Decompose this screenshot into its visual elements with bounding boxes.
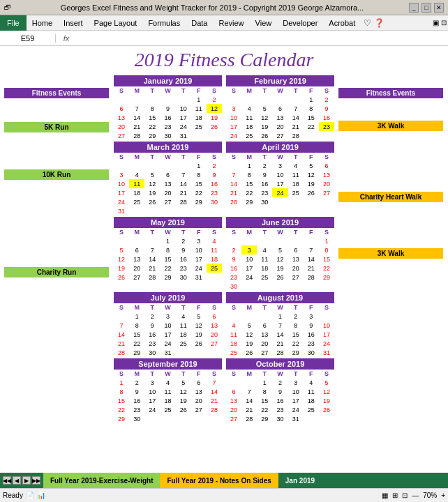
view-layout-icon[interactable]: ⊞ <box>392 492 398 499</box>
cal-pair-2: March 2019 SMTWTFS 12 3456789 1011121314… <box>114 142 334 215</box>
menu-data[interactable]: Data <box>186 17 213 29</box>
10k-run-label: 10K Run <box>4 169 109 180</box>
zoom-percent: 70% <box>423 492 437 499</box>
may-grid: SMTWTFS 1234 567891011 12131415161718 19… <box>114 228 222 282</box>
right-events-col-5 <box>337 358 444 371</box>
jan-header: January 2019 <box>114 75 222 86</box>
may-header: May 2019 <box>114 217 222 228</box>
october-calendar: October 2019 SMTWTFS 12345 6789101112 13… <box>226 358 334 423</box>
jun-header: June 2019 <box>226 217 334 228</box>
left-events-col-1: Fitness Events 5K Run <box>4 75 111 132</box>
status-left: Ready 📄 📊 <box>3 492 45 499</box>
menu-bar: File Home Insert Page Layout Formulas Da… <box>0 15 448 31</box>
sheet-tab-2[interactable]: Full Year 2019 - Notes On Sides <box>160 473 278 488</box>
right-events-col-2: Charity Heart Walk <box>337 142 444 202</box>
menu-insert[interactable]: Insert <box>58 17 89 29</box>
fitness-events-label-left: Fitness Events <box>4 88 109 98</box>
feb-header: February 2019 <box>226 75 334 86</box>
nav-first[interactable]: ◀◀ <box>3 476 11 485</box>
january-calendar: January 2019 SMTWTFS 12 6789101112 13141… <box>114 75 222 140</box>
5k-run-label: 5K Run <box>4 122 109 132</box>
apr-header: April 2019 <box>226 142 334 153</box>
oct-grid: SMTWTFS 12345 6789101112 13141516171819 … <box>226 370 334 423</box>
menu-page-layout[interactable]: Page Layout <box>89 17 143 29</box>
view-normal-icon[interactable]: ▦ <box>382 492 388 499</box>
window-title: Georges Excel Fitness and Weight Tracker… <box>15 3 409 12</box>
minimize-button[interactable]: _ <box>409 3 419 13</box>
charity-run-label: Charity Run <box>4 267 109 277</box>
left-events-col-2: 10K Run <box>4 142 111 180</box>
feb-grid: SMTWTFS 12 3456789 10111213141516 171819… <box>226 86 334 140</box>
sep-header: September 2019 <box>114 358 222 370</box>
nav-prev[interactable]: ◀ <box>13 476 21 485</box>
page-title: 2019 Fitness Calendar <box>4 49 444 71</box>
oct-header: October 2019 <box>226 358 334 370</box>
fitness-events-label-right: Fitness Events <box>338 88 443 98</box>
cell-reference[interactable]: E59 <box>0 34 56 43</box>
calendar-row-1: Fitness Events 5K Run January 2019 SMTWT… <box>4 75 444 140</box>
view-page-icon[interactable]: ⊡ <box>402 492 408 499</box>
calendar-row-2: 10K Run March 2019 SMTWTFS 12 3456789 10… <box>4 142 444 215</box>
close-button[interactable]: ✕ <box>434 3 444 13</box>
jun-grid: SMTWTFS 1 2345678 9101112131415 16171819… <box>226 228 334 291</box>
sheet-tab-3[interactable]: Jan 2019 <box>278 473 322 488</box>
maximize-button[interactable]: □ <box>421 3 431 13</box>
cal-pair-5: September 2019 SMTWTFS 1234567 891011121… <box>114 358 334 423</box>
mar-header: March 2019 <box>114 142 222 153</box>
status-right: ▦ ⊞ ⊡ — 70% + <box>382 492 445 499</box>
title-bar: 🗗 Georges Excel Fitness and Weight Track… <box>0 0 448 15</box>
menu-view[interactable]: View <box>250 17 278 29</box>
menu-home[interactable]: Home <box>27 17 58 29</box>
february-calendar: February 2019 SMTWTFS 12 3456789 1011121… <box>226 75 334 140</box>
right-events-col-1: Fitness Events 3K Walk <box>337 75 444 131</box>
ready-status: Ready <box>3 492 23 499</box>
charity-heart-walk-label: Charity Heart Walk <box>338 192 443 202</box>
march-calendar: March 2019 SMTWTFS 12 3456789 1011121314… <box>114 142 222 215</box>
zoom-in-icon[interactable]: + <box>441 492 445 499</box>
mar-grid: SMTWTFS 12 3456789 10111213141516 171819… <box>114 153 222 215</box>
april-calendar: April 2019 SMTWTFS 123456 78910111213 14… <box>226 142 334 215</box>
apr-grid: SMTWTFS 123456 78910111213 1415161718192… <box>226 153 334 206</box>
zoom-level: — <box>412 492 419 499</box>
aug-grid: SMTWTFS 123 45678910 11121314151617 1819… <box>226 303 334 357</box>
menu-developer[interactable]: Developer <box>277 17 323 29</box>
september-calendar: September 2019 SMTWTFS 1234567 891011121… <box>114 358 222 423</box>
spreadsheet-area: 2019 Fitness Calendar Fitness Events 5K … <box>0 46 448 478</box>
status-bar: Ready 📄 📊 ▦ ⊞ ⊡ — 70% + <box>0 488 448 502</box>
menu-formulas[interactable]: Formulas <box>142 17 186 29</box>
jul-header: July 2019 <box>114 292 222 303</box>
july-calendar: July 2019 SMTWTFS 123456 78910111213 141… <box>114 292 222 357</box>
calendar-row-3: Charity Run May 2019 SMTWTFS 1234 567891… <box>4 217 444 291</box>
cal-pair-1: January 2019 SMTWTFS 12 6789101112 13141… <box>114 75 334 140</box>
may-calendar: May 2019 SMTWTFS 1234 567891011 12131415… <box>114 217 222 291</box>
3k-walk-label-2: 3K Walk <box>338 248 443 259</box>
cal-pair-4: July 2019 SMTWTFS 123456 78910111213 141… <box>114 292 334 357</box>
aug-header: August 2019 <box>226 292 334 303</box>
menu-file[interactable]: File <box>0 15 27 31</box>
menu-acrobat[interactable]: Acrobat <box>323 17 361 29</box>
menu-review[interactable]: Review <box>213 17 249 29</box>
right-events-col-4 <box>337 292 444 305</box>
cal-pair-3: May 2019 SMTWTFS 1234 567891011 12131415… <box>114 217 334 291</box>
fx-icon: fx <box>56 34 77 43</box>
left-events-col-3: Charity Run <box>4 217 111 277</box>
right-events-col-3: 3K Walk <box>337 217 444 259</box>
sheet-tabs-bar: ◀◀ ◀ ▶ ▶▶ Full Year 2019-Exercise-Weight… <box>0 473 448 488</box>
nav-last[interactable]: ▶▶ <box>32 476 40 485</box>
sep-grid: SMTWTFS 1234567 891011121314 15161718192… <box>114 370 222 423</box>
sheet-tab-1[interactable]: Full Year 2019-Exercise-Weight <box>43 473 160 488</box>
calendar-row-4: July 2019 SMTWTFS 123456 78910111213 141… <box>4 292 444 357</box>
status-icon-2: 📊 <box>37 492 45 499</box>
status-icon-1: 📄 <box>26 492 34 499</box>
august-calendar: August 2019 SMTWTFS 123 45678910 1112131… <box>226 292 334 357</box>
nav-next[interactable]: ▶ <box>22 476 31 485</box>
calendar-row-5: September 2019 SMTWTFS 1234567 891011121… <box>4 358 444 423</box>
formula-bar: E59 fx <box>0 31 448 46</box>
jan-grid: SMTWTFS 12 6789101112 13141516171819 202… <box>114 86 222 140</box>
3k-walk-label: 3K Walk <box>338 121 443 131</box>
jul-grid: SMTWTFS 123456 78910111213 1415161718192… <box>114 303 222 357</box>
june-calendar: June 2019 SMTWTFS 1 2345678 910111213141… <box>226 217 334 291</box>
